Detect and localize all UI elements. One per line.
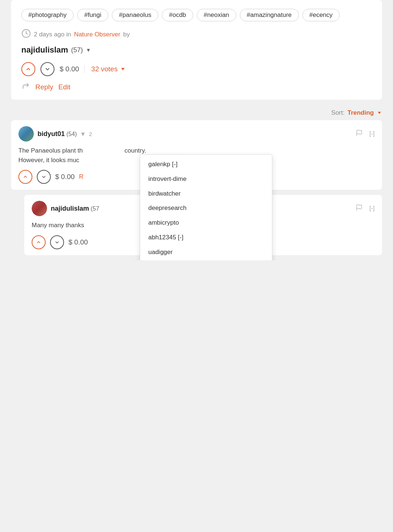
dropdown-item-0[interactable]: galenkp [-] xyxy=(140,157,272,172)
dropdown-item-7[interactable]: bucipuci xyxy=(140,260,272,260)
svg-marker-1 xyxy=(121,68,124,71)
comment-author-name[interactable]: bidyut01 xyxy=(38,130,65,138)
nested-flag-icon[interactable] xyxy=(355,204,363,213)
vote-row: $ 0.00 32 votes xyxy=(21,62,372,76)
svg-marker-2 xyxy=(378,112,381,114)
tag-amazingnature[interactable]: #amazingnature xyxy=(240,9,299,21)
tag-photography[interactable]: #photography xyxy=(21,9,74,21)
dropdown-item-4[interactable]: ambicrypto xyxy=(140,215,272,230)
sort-chevron-icon[interactable] xyxy=(377,110,382,115)
comment-upvote-button[interactable] xyxy=(18,170,32,184)
nested-downvote-button[interactable] xyxy=(50,235,64,249)
nested-upvote-button[interactable] xyxy=(32,235,46,249)
comment-vote-amount: $ 0.00 xyxy=(55,173,75,181)
post-time: 2 days ago in xyxy=(34,31,71,38)
main-post-card: #photography #fungi #panaeolus #ocdb #ne… xyxy=(11,0,382,100)
votes-dropdown: galenkp [-] introvert-dime birdwatcher d… xyxy=(140,154,272,260)
clock-icon xyxy=(21,29,31,40)
upvote-button[interactable] xyxy=(21,62,35,76)
collapse-button[interactable]: [-] xyxy=(369,131,375,137)
votes-count[interactable]: 32 votes xyxy=(84,65,126,73)
comment-reply-link[interactable]: R xyxy=(79,173,84,181)
reply-button[interactable]: Reply xyxy=(35,83,53,91)
nested-comment-author-name[interactable]: najidulislam xyxy=(51,205,89,212)
nested-vote-amount: $ 0.00 xyxy=(68,238,88,246)
tag-panaeolus[interactable]: #panaeolus xyxy=(112,9,158,21)
comment-time: 2 xyxy=(88,131,92,137)
post-by: by xyxy=(123,31,130,38)
action-row: Reply Edit xyxy=(21,82,372,92)
vote-amount: $ 0.00 xyxy=(60,65,79,73)
tag-ocdb[interactable]: #ocdb xyxy=(162,9,193,21)
many-many-thanks-text: Many many thanks xyxy=(32,222,84,229)
downvote-author-icon[interactable]: ▼ xyxy=(80,131,86,137)
downvote-button[interactable] xyxy=(40,62,54,76)
share-icon[interactable] xyxy=(21,82,30,92)
nested-comment-author-info: najidulislam (57 xyxy=(51,205,99,213)
avatar-bidyut01 xyxy=(18,126,34,142)
tag-fungi[interactable]: #fungi xyxy=(77,9,108,21)
author-row: najidulislam (57) ▼ xyxy=(21,45,372,55)
tag-ecency[interactable]: #ecency xyxy=(302,9,340,21)
flag-icon[interactable] xyxy=(355,129,363,139)
tag-neoxian[interactable]: #neoxian xyxy=(197,9,236,21)
dropdown-item-6[interactable]: uadigger xyxy=(140,245,272,260)
sort-label: Sort: xyxy=(331,109,344,117)
dropdown-item-3[interactable]: deepresearch xyxy=(140,201,272,215)
sort-trending-button[interactable]: Trending xyxy=(347,109,374,117)
comment-header: bidyut01 (54) ▼ 2 [-] xyxy=(18,126,375,142)
post-author-name[interactable]: najidulislam xyxy=(21,45,68,55)
comment-author-info: bidyut01 (54) ▼ 2 xyxy=(38,130,92,138)
votes-count-label: 32 votes xyxy=(91,65,118,73)
community-link[interactable]: Nature Observer xyxy=(74,31,120,38)
author-chevron-icon[interactable]: ▼ xyxy=(86,47,91,53)
nested-comment-author-rep: (57 xyxy=(91,206,99,212)
edit-button[interactable]: Edit xyxy=(59,83,71,91)
dropdown-item-1[interactable]: introvert-dime xyxy=(140,172,272,186)
dropdown-item-2[interactable]: birdwatcher xyxy=(140,186,272,201)
post-author-rep: (57) xyxy=(71,46,83,54)
comment-downvote-button[interactable] xyxy=(37,170,51,184)
comment-author-rep: (54) xyxy=(66,131,77,137)
sort-bar: Sort: Trending xyxy=(0,106,393,120)
post-meta: 2 days ago in Nature Observer by xyxy=(21,29,372,40)
dropdown-item-5[interactable]: abh12345 [-] xyxy=(140,230,272,245)
avatar-najidulislam xyxy=(32,201,47,216)
tags-row: #photography #fungi #panaeolus #ocdb #ne… xyxy=(21,9,372,21)
nested-collapse-button[interactable]: [-] xyxy=(369,205,375,212)
